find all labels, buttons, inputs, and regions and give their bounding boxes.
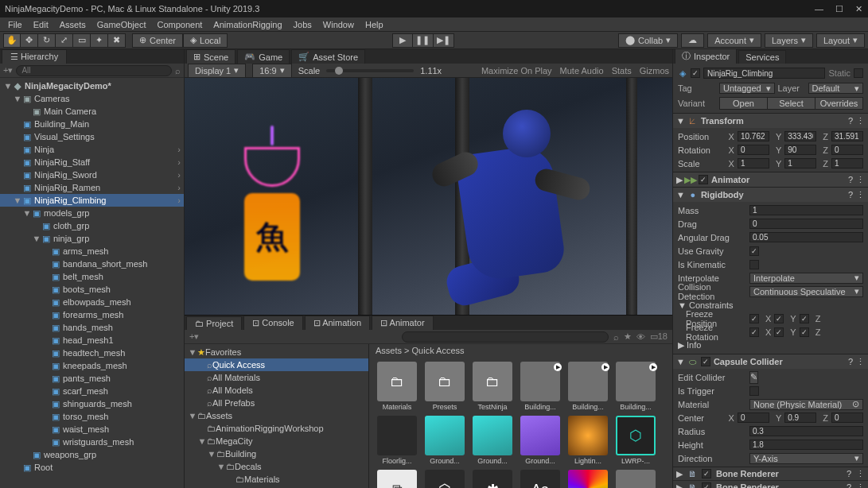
- asset-item[interactable]: PostPro...: [566, 470, 609, 488]
- script-component[interactable]: ▶🗎✓Bone Renderer?⋮: [673, 467, 868, 481]
- hierarchy-item[interactable]: ▣Visual_Settings: [0, 130, 184, 143]
- rotation-z-input[interactable]: [831, 145, 863, 155]
- freeze-rotation-x-checkbox[interactable]: ✓: [749, 327, 759, 337]
- direction-dropdown[interactable]: Y-Axis▾: [749, 453, 863, 464]
- move-tool-icon[interactable]: ✥: [21, 33, 38, 48]
- scene-viewport[interactable]: 魚: [185, 78, 672, 315]
- transform-header[interactable]: ▼⟀ Transform ?⋮: [673, 114, 868, 128]
- hierarchy-item[interactable]: ▣waist_mesh: [0, 423, 184, 436]
- hierarchy-item[interactable]: ▣headtech_mesh: [0, 347, 184, 359]
- menu-animationrigging[interactable]: AnimationRigging: [208, 18, 286, 31]
- help-icon[interactable]: ?: [848, 357, 853, 367]
- scale-y-input[interactable]: [784, 158, 816, 168]
- material-field[interactable]: None (Physic Material)⊙: [749, 399, 863, 410]
- create-dropdown-icon[interactable]: +▾: [3, 65, 13, 76]
- project-tree-item[interactable]: 🗀 AnimationRiggingWorkshop: [185, 422, 368, 435]
- position-x-input[interactable]: [738, 131, 769, 141]
- center-z-input[interactable]: [831, 412, 863, 423]
- gameobject-name-input[interactable]: [703, 68, 825, 79]
- select-button[interactable]: Select: [768, 97, 815, 110]
- gameobject-active-checkbox[interactable]: ✓: [691, 68, 700, 78]
- settings-icon[interactable]: ⋮: [856, 482, 865, 489]
- menu-window[interactable]: Window: [318, 18, 359, 31]
- pivot-center-toggle[interactable]: ⊕ Center: [132, 33, 183, 48]
- cloud-button[interactable]: ☁: [681, 33, 704, 48]
- maximize-button[interactable]: ☐: [835, 5, 843, 14]
- is-kinematic-checkbox[interactable]: [749, 260, 759, 269]
- help-icon[interactable]: ?: [848, 190, 853, 200]
- favorite-filter-icon[interactable]: ★: [624, 331, 632, 342]
- scale-slider[interactable]: [326, 69, 414, 72]
- project-create-icon[interactable]: +▾: [189, 331, 199, 342]
- aspect-dropdown[interactable]: 16:9 ▾: [252, 64, 291, 78]
- hierarchy-item[interactable]: ▣NinjaRig_Staff›: [0, 156, 184, 168]
- help-icon[interactable]: ?: [847, 469, 851, 478]
- rotation-x-input[interactable]: [738, 145, 769, 155]
- display-dropdown[interactable]: Display 1 ▾: [188, 64, 246, 78]
- project-tree-item[interactable]: ⌕ All Prefabs: [185, 397, 368, 409]
- inspector-tab[interactable]: ⓘ Inspector: [675, 49, 737, 64]
- asset-item[interactable]: ⬡LWRP-...: [614, 416, 657, 465]
- transform-tool-icon[interactable]: ✦: [91, 33, 108, 48]
- layout-dropdown[interactable]: Layout ▾: [816, 33, 865, 48]
- overrides-button[interactable]: Overrides: [815, 97, 863, 110]
- settings-icon[interactable]: ⋮: [856, 190, 865, 200]
- freeze-rotation-y-checkbox[interactable]: ✓: [774, 327, 784, 337]
- account-dropdown[interactable]: Account ▾: [707, 33, 761, 48]
- script-component[interactable]: ▶🗎✓Bone Renderer?⋮: [673, 481, 868, 488]
- menu-component[interactable]: Component: [152, 18, 207, 31]
- use-gravity-checkbox[interactable]: ✓: [749, 246, 759, 256]
- rigidbody-header[interactable]: ▼● Rigidbody ?⋮: [673, 188, 868, 202]
- asset-item[interactable]: 🗀TestNinja: [471, 362, 514, 411]
- asset-item[interactable]: Ground...: [519, 416, 562, 465]
- asset-item[interactable]: ▶Building...: [566, 362, 609, 411]
- project-filter-icon[interactable]: ⌕: [613, 332, 619, 342]
- help-icon[interactable]: ?: [848, 175, 853, 185]
- menu-edit[interactable]: Edit: [29, 18, 53, 31]
- freeze-rotation-z-checkbox[interactable]: ✓: [800, 327, 809, 337]
- menu-jobs[interactable]: Jobs: [289, 18, 317, 31]
- center-y-input[interactable]: [784, 412, 816, 423]
- hierarchy-item[interactable]: ▣elbowpads_mesh: [0, 296, 184, 308]
- hierarchy-item[interactable]: ▣kneepads_mesh: [0, 359, 184, 372]
- asset-item[interactable]: ▶Building...: [614, 362, 657, 411]
- asset-item[interactable]: Floorlig...: [376, 416, 418, 465]
- freeze-position-x-checkbox[interactable]: ✓: [749, 314, 759, 323]
- project-tree-item[interactable]: ▼🗀 Building: [185, 447, 368, 460]
- position-y-input[interactable]: [784, 131, 816, 141]
- hidden-icon[interactable]: 👁: [636, 332, 645, 342]
- hierarchy-tab[interactable]: ☰ Hierarchy: [2, 49, 67, 64]
- scale-z-input[interactable]: [831, 158, 863, 168]
- capsule-header[interactable]: ▼⬭ ✓ Capsule Collider ?⋮: [673, 354, 868, 369]
- project-tree-item[interactable]: ▼★ Favorites: [185, 346, 368, 358]
- tab-animator[interactable]: ⊡ Animator: [372, 316, 433, 330]
- static-checkbox[interactable]: [854, 68, 863, 78]
- help-icon[interactable]: ?: [848, 116, 853, 126]
- tab-console[interactable]: ⊡ Console: [243, 316, 302, 330]
- collab-dropdown[interactable]: ⬤ Collab ▾: [618, 33, 678, 48]
- asset-item[interactable]: ▶Building...: [519, 362, 562, 411]
- rect-tool-icon[interactable]: ▭: [73, 33, 91, 48]
- project-tree-item[interactable]: 🗀 Materials: [185, 473, 368, 486]
- center-x-input[interactable]: [738, 412, 769, 423]
- hierarchy-item[interactable]: ▣Main Camera: [0, 105, 184, 118]
- layers-dropdown[interactable]: Layers ▾: [765, 33, 813, 48]
- hierarchy-item[interactable]: ▣head_mesh1: [0, 334, 184, 347]
- hierarchy-search-input[interactable]: [16, 65, 172, 76]
- services-tab[interactable]: Services: [738, 50, 786, 64]
- breadcrumb[interactable]: Assets > Quick Access: [369, 344, 672, 357]
- hierarchy-item[interactable]: ▼▣ninja_grp: [0, 232, 184, 245]
- height-input[interactable]: [749, 440, 863, 450]
- menu-gameobject[interactable]: GameObject: [92, 18, 151, 31]
- settings-icon[interactable]: ⋮: [856, 357, 865, 367]
- tab-asset-store[interactable]: 🛒 Asset Store: [291, 49, 365, 64]
- menu-help[interactable]: Help: [360, 18, 388, 31]
- scene-opt-maximize-on-play[interactable]: Maximize On Play: [481, 66, 552, 76]
- hierarchy-item[interactable]: ▣arms_mesh: [0, 245, 184, 258]
- hierarchy-item[interactable]: ▣belt_mesh: [0, 270, 184, 283]
- tag-dropdown[interactable]: Untagged▾: [719, 83, 775, 94]
- hierarchy-item[interactable]: ▣Root: [0, 461, 184, 474]
- pause-button[interactable]: ❚❚: [413, 33, 434, 48]
- layout-toggle-icon[interactable]: ▭18: [650, 331, 668, 342]
- settings-icon[interactable]: ⋮: [856, 175, 865, 185]
